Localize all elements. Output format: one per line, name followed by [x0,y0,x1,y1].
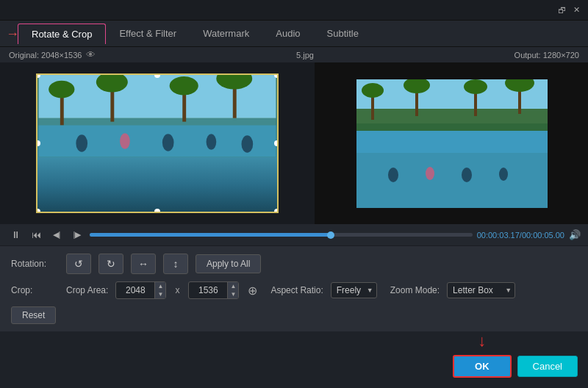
video-area: Original: 2048×1536 👁 5.jpg Output: 1280… [0,47,588,245]
zoom-mode-select-wrap: Letter Box Pan & Scan Full ▼ [447,282,515,298]
height-down-button[interactable]: ▼ [228,290,238,298]
time-total: 00:00:05.00 [522,231,564,240]
reset-row: Reset [11,306,577,324]
crop-row: Crop: Crop Area: ▲ ▼ x ▲ ▼ ⊕ Aspect Rati… [11,281,577,299]
tab-subtitle[interactable]: Subtitle [314,24,372,43]
crop-width-input[interactable] [116,283,154,298]
video-panels [0,62,588,224]
video-panel-source [0,62,316,224]
aspect-ratio-select[interactable]: Freely 16:9 4:3 1:1 9:16 [331,282,377,298]
flip-vertical-button[interactable]: ↕ [163,254,188,274]
filename-label: 5.jpg [296,51,314,60]
svg-point-8 [170,76,198,95]
width-up-button[interactable]: ▲ [155,282,165,290]
play-pause-button[interactable]: ⏸ [7,227,24,243]
tab-watermark[interactable]: Watermark [190,24,262,43]
width-spinner: ▲ ▼ [154,282,165,298]
tab-audio[interactable]: Audio [262,24,313,43]
crop-handle-bm[interactable] [154,209,160,213]
apply-to-all-button[interactable]: Apply to All [196,254,261,273]
eye-icon[interactable]: 👁 [86,49,96,60]
source-video-preview [36,73,279,213]
prev-frame-button[interactable]: ⏮ [28,227,44,243]
progress-knob[interactable] [327,231,334,239]
svg-point-31 [426,167,434,180]
width-down-button[interactable]: ▼ [155,290,165,298]
svg-point-13 [120,134,130,150]
title-bar: 🗗 ✕ [0,0,588,21]
video-info-bar: Original: 2048×1536 👁 5.jpg Output: 1280… [0,47,588,62]
playback-controls: ⏸ ⏮ ◀| |▶ 00:00:03.17/00:00:05.00 🔊 [0,224,588,245]
svg-point-32 [462,168,472,182]
aspect-ratio-select-wrap: Freely 16:9 4:3 1:1 9:16 ▼ [331,282,377,298]
rotation-row: Rotation: ↺ ↻ ↔ ↕ Apply to All [11,254,577,274]
output-video-preview [356,79,548,208]
svg-point-16 [242,136,254,153]
svg-point-4 [49,81,74,98]
ok-button-area: ↓ OK [453,355,512,378]
ok-cancel-bar: ↓ OK Cancel [453,355,578,378]
reset-button[interactable]: Reset [11,306,56,324]
progress-fill [90,233,331,237]
ok-arrow-indicator: ↓ [478,331,486,351]
crop-handle-mr[interactable] [274,140,279,146]
output-preview-svg [356,79,548,208]
original-res-label: Original: 2048×1536 [9,51,82,60]
crop-height-input[interactable] [189,283,227,298]
tabs-bar: → Rotate & Crop Effect & Filter Watermar… [0,21,588,47]
rotation-label: Rotation: [11,259,59,269]
crop-handle-bl[interactable] [36,209,40,213]
crop-area-label: Crop Area: [66,285,108,295]
zoom-mode-label: Zoom Mode: [390,285,440,295]
step-forward-button[interactable]: |▶ [69,227,85,243]
zoom-mode-select[interactable]: Letter Box Pan & Scan Full [447,282,515,298]
bottom-controls: Rotation: ↺ ↻ ↔ ↕ Apply to All Crop: Cro… [0,245,588,331]
original-res-bar: Original: 2048×1536 👁 [9,49,96,60]
height-up-button[interactable]: ▲ [228,282,238,290]
crop-label: Crop: [11,285,59,295]
cancel-button[interactable]: Cancel [517,356,578,377]
rotate-ccw-button[interactable]: ↺ [66,254,91,274]
volume-button[interactable]: 🔊 [569,229,581,240]
svg-rect-29 [356,153,548,208]
crop-handle-br[interactable] [274,209,279,213]
height-spinner: ▲ ▼ [227,282,238,298]
output-res-label: Output: 1280×720 [514,51,579,60]
time-current: 00:00:03.17 [477,231,520,240]
crop-height-input-wrap: ▲ ▼ [188,281,239,299]
minimize-button[interactable]: 🗗 [556,4,567,16]
aspect-ratio-label: Aspect Ratio: [270,285,323,295]
svg-point-30 [388,168,398,182]
svg-point-33 [499,168,508,181]
flip-horizontal-button[interactable]: ↔ [131,254,156,274]
tab-rotate-crop[interactable]: Rotate & Crop [18,24,106,44]
close-button[interactable]: ✕ [570,4,582,16]
step-back-button[interactable]: ◀| [49,227,65,243]
ok-button[interactable]: OK [453,355,512,378]
tab-effect-filter[interactable]: Effect & Filter [106,24,190,43]
svg-rect-11 [38,126,276,157]
svg-point-12 [76,135,87,152]
svg-point-26 [464,79,487,94]
progress-bar[interactable] [90,233,473,237]
svg-point-22 [362,83,384,98]
svg-point-14 [162,134,174,151]
time-display: 00:00:03.17/00:00:05.00 [477,231,564,240]
size-separator: x [175,285,179,295]
crop-width-input-wrap: ▲ ▼ [115,281,166,299]
crosshair-icon: ⊕ [248,284,257,298]
rotate-cw-button[interactable]: ↻ [98,254,123,274]
palm-trees-svg [37,75,277,157]
svg-point-15 [207,134,217,151]
video-panel-output [316,62,588,224]
